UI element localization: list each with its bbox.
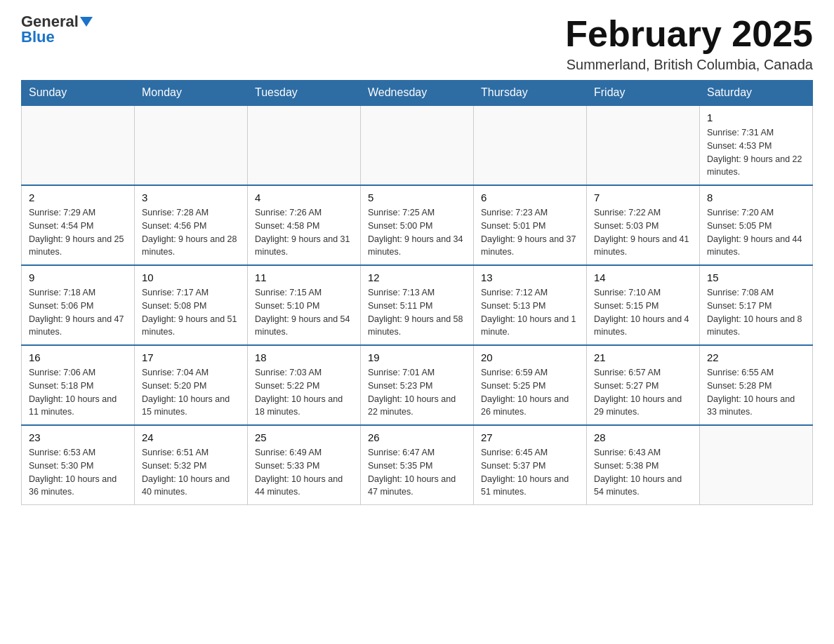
weekday-header-wednesday: Wednesday bbox=[361, 81, 474, 106]
calendar-cell: 3Sunrise: 7:28 AM Sunset: 4:56 PM Daylig… bbox=[135, 185, 248, 265]
calendar-cell bbox=[361, 105, 474, 185]
day-number: 22 bbox=[707, 351, 805, 363]
logo-triangle-icon bbox=[80, 17, 93, 27]
day-info: Sunrise: 7:23 AM Sunset: 5:01 PM Dayligh… bbox=[481, 206, 579, 259]
calendar-cell: 25Sunrise: 6:49 AM Sunset: 5:33 PM Dayli… bbox=[248, 425, 361, 505]
day-info: Sunrise: 7:25 AM Sunset: 5:00 PM Dayligh… bbox=[368, 206, 466, 259]
day-info: Sunrise: 7:06 AM Sunset: 5:18 PM Dayligh… bbox=[29, 366, 127, 419]
day-info: Sunrise: 7:18 AM Sunset: 5:06 PM Dayligh… bbox=[29, 286, 127, 339]
week-row-2: 2Sunrise: 7:29 AM Sunset: 4:54 PM Daylig… bbox=[22, 185, 813, 265]
calendar-cell: 4Sunrise: 7:26 AM Sunset: 4:58 PM Daylig… bbox=[248, 185, 361, 265]
week-row-4: 16Sunrise: 7:06 AM Sunset: 5:18 PM Dayli… bbox=[22, 345, 813, 425]
day-info: Sunrise: 7:10 AM Sunset: 5:15 PM Dayligh… bbox=[594, 286, 692, 339]
week-row-5: 23Sunrise: 6:53 AM Sunset: 5:30 PM Dayli… bbox=[22, 425, 813, 505]
calendar-cell bbox=[587, 105, 700, 185]
day-number: 23 bbox=[29, 431, 127, 443]
calendar-cell bbox=[474, 105, 587, 185]
day-number: 11 bbox=[255, 271, 353, 283]
calendar-cell: 19Sunrise: 7:01 AM Sunset: 5:23 PM Dayli… bbox=[361, 345, 474, 425]
day-number: 28 bbox=[594, 431, 692, 443]
calendar-cell: 9Sunrise: 7:18 AM Sunset: 5:06 PM Daylig… bbox=[22, 265, 135, 345]
day-number: 20 bbox=[481, 351, 579, 363]
day-info: Sunrise: 6:55 AM Sunset: 5:28 PM Dayligh… bbox=[707, 366, 805, 419]
day-number: 27 bbox=[481, 431, 579, 443]
day-info: Sunrise: 7:22 AM Sunset: 5:03 PM Dayligh… bbox=[594, 206, 692, 259]
day-info: Sunrise: 6:45 AM Sunset: 5:37 PM Dayligh… bbox=[481, 446, 579, 499]
day-number: 13 bbox=[481, 271, 579, 283]
day-number: 7 bbox=[594, 192, 692, 203]
day-number: 21 bbox=[594, 351, 692, 363]
weekday-header-row: SundayMondayTuesdayWednesdayThursdayFrid… bbox=[22, 81, 813, 106]
day-info: Sunrise: 7:15 AM Sunset: 5:10 PM Dayligh… bbox=[255, 286, 353, 339]
day-number: 2 bbox=[29, 192, 127, 203]
weekday-header-monday: Monday bbox=[135, 81, 248, 106]
weekday-header-tuesday: Tuesday bbox=[248, 81, 361, 106]
day-number: 14 bbox=[594, 271, 692, 283]
day-info: Sunrise: 7:26 AM Sunset: 4:58 PM Dayligh… bbox=[255, 206, 353, 259]
calendar-cell: 1Sunrise: 7:31 AM Sunset: 4:53 PM Daylig… bbox=[700, 105, 813, 185]
day-number: 17 bbox=[142, 351, 240, 363]
calendar-cell: 28Sunrise: 6:43 AM Sunset: 5:38 PM Dayli… bbox=[587, 425, 700, 505]
calendar-cell: 23Sunrise: 6:53 AM Sunset: 5:30 PM Dayli… bbox=[22, 425, 135, 505]
logo: General Blue bbox=[21, 14, 93, 45]
day-info: Sunrise: 7:12 AM Sunset: 5:13 PM Dayligh… bbox=[481, 286, 579, 339]
day-info: Sunrise: 7:20 AM Sunset: 5:05 PM Dayligh… bbox=[707, 206, 805, 259]
calendar-cell: 8Sunrise: 7:20 AM Sunset: 5:05 PM Daylig… bbox=[700, 185, 813, 265]
day-number: 16 bbox=[29, 351, 127, 363]
day-info: Sunrise: 7:13 AM Sunset: 5:11 PM Dayligh… bbox=[368, 286, 466, 339]
calendar-cell: 21Sunrise: 6:57 AM Sunset: 5:27 PM Dayli… bbox=[587, 345, 700, 425]
day-info: Sunrise: 7:28 AM Sunset: 4:56 PM Dayligh… bbox=[142, 206, 240, 259]
calendar-cell bbox=[22, 105, 135, 185]
day-info: Sunrise: 6:59 AM Sunset: 5:25 PM Dayligh… bbox=[481, 366, 579, 419]
calendar-cell: 7Sunrise: 7:22 AM Sunset: 5:03 PM Daylig… bbox=[587, 185, 700, 265]
week-row-3: 9Sunrise: 7:18 AM Sunset: 5:06 PM Daylig… bbox=[22, 265, 813, 345]
day-number: 1 bbox=[707, 112, 805, 123]
calendar-cell: 11Sunrise: 7:15 AM Sunset: 5:10 PM Dayli… bbox=[248, 265, 361, 345]
calendar-cell: 18Sunrise: 7:03 AM Sunset: 5:22 PM Dayli… bbox=[248, 345, 361, 425]
day-info: Sunrise: 6:53 AM Sunset: 5:30 PM Dayligh… bbox=[29, 446, 127, 499]
calendar-table: SundayMondayTuesdayWednesdayThursdayFrid… bbox=[21, 80, 813, 505]
calendar-cell: 27Sunrise: 6:45 AM Sunset: 5:37 PM Dayli… bbox=[474, 425, 587, 505]
day-number: 24 bbox=[142, 431, 240, 443]
day-info: Sunrise: 7:03 AM Sunset: 5:22 PM Dayligh… bbox=[255, 366, 353, 419]
weekday-header-sunday: Sunday bbox=[22, 81, 135, 106]
day-info: Sunrise: 7:08 AM Sunset: 5:17 PM Dayligh… bbox=[707, 286, 805, 339]
calendar-cell: 24Sunrise: 6:51 AM Sunset: 5:32 PM Dayli… bbox=[135, 425, 248, 505]
month-title: February 2025 bbox=[565, 14, 813, 54]
day-number: 25 bbox=[255, 431, 353, 443]
day-info: Sunrise: 6:57 AM Sunset: 5:27 PM Dayligh… bbox=[594, 366, 692, 419]
logo-text: General bbox=[21, 14, 93, 29]
day-info: Sunrise: 7:04 AM Sunset: 5:20 PM Dayligh… bbox=[142, 366, 240, 419]
calendar-cell: 6Sunrise: 7:23 AM Sunset: 5:01 PM Daylig… bbox=[474, 185, 587, 265]
day-number: 19 bbox=[368, 351, 466, 363]
day-info: Sunrise: 7:01 AM Sunset: 5:23 PM Dayligh… bbox=[368, 366, 466, 419]
calendar-cell: 13Sunrise: 7:12 AM Sunset: 5:13 PM Dayli… bbox=[474, 265, 587, 345]
title-block: February 2025 Summerland, British Columb… bbox=[565, 14, 813, 73]
location: Summerland, British Columbia, Canada bbox=[565, 57, 813, 73]
calendar-cell: 12Sunrise: 7:13 AM Sunset: 5:11 PM Dayli… bbox=[361, 265, 474, 345]
weekday-header-friday: Friday bbox=[587, 81, 700, 106]
day-number: 10 bbox=[142, 271, 240, 283]
logo-blue: Blue bbox=[21, 29, 55, 45]
weekday-header-thursday: Thursday bbox=[474, 81, 587, 106]
day-number: 4 bbox=[255, 192, 353, 203]
calendar-cell bbox=[135, 105, 248, 185]
day-info: Sunrise: 7:31 AM Sunset: 4:53 PM Dayligh… bbox=[707, 126, 805, 179]
day-info: Sunrise: 7:17 AM Sunset: 5:08 PM Dayligh… bbox=[142, 286, 240, 339]
calendar-cell bbox=[700, 425, 813, 505]
calendar-cell: 10Sunrise: 7:17 AM Sunset: 5:08 PM Dayli… bbox=[135, 265, 248, 345]
day-info: Sunrise: 6:47 AM Sunset: 5:35 PM Dayligh… bbox=[368, 446, 466, 499]
calendar-cell: 2Sunrise: 7:29 AM Sunset: 4:54 PM Daylig… bbox=[22, 185, 135, 265]
calendar-cell bbox=[248, 105, 361, 185]
day-number: 3 bbox=[142, 192, 240, 203]
page-header: General Blue February 2025 Summerland, B… bbox=[21, 14, 813, 73]
calendar-cell: 26Sunrise: 6:47 AM Sunset: 5:35 PM Dayli… bbox=[361, 425, 474, 505]
day-number: 9 bbox=[29, 271, 127, 283]
day-number: 12 bbox=[368, 271, 466, 283]
calendar-cell: 16Sunrise: 7:06 AM Sunset: 5:18 PM Dayli… bbox=[22, 345, 135, 425]
calendar-cell: 5Sunrise: 7:25 AM Sunset: 5:00 PM Daylig… bbox=[361, 185, 474, 265]
calendar-cell: 14Sunrise: 7:10 AM Sunset: 5:15 PM Dayli… bbox=[587, 265, 700, 345]
day-number: 26 bbox=[368, 431, 466, 443]
week-row-1: 1Sunrise: 7:31 AM Sunset: 4:53 PM Daylig… bbox=[22, 105, 813, 185]
calendar-cell: 22Sunrise: 6:55 AM Sunset: 5:28 PM Dayli… bbox=[700, 345, 813, 425]
